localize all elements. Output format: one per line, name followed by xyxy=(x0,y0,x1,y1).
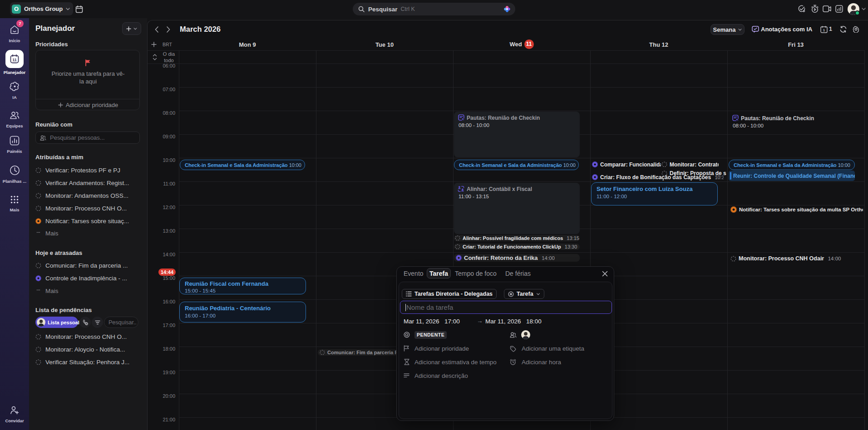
svg-text:11: 11 xyxy=(12,58,17,62)
svg-text:1: 1 xyxy=(823,28,825,32)
